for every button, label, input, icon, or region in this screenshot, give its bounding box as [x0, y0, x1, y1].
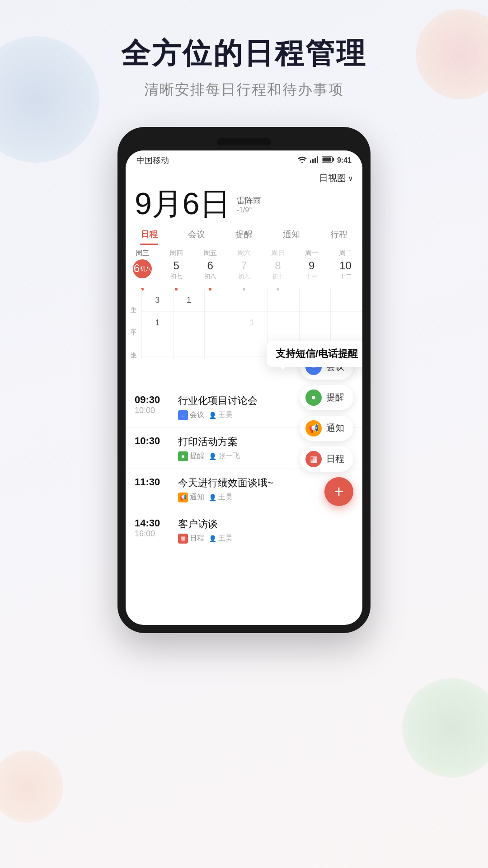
phone-notch [217, 138, 271, 145]
fab-item-schedule[interactable]: ▦ 日程 [300, 446, 353, 472]
wifi-icon [297, 156, 307, 165]
grid-cell-3-pm: 1 [236, 312, 267, 334]
badge-label-1: 提醒 [190, 451, 204, 461]
status-carrier: 中国移动 [136, 155, 169, 166]
tab-trip[interactable]: 行程 [315, 223, 362, 245]
badge-label-2: 通知 [190, 493, 204, 502]
main-title: 全方位的日程管理 [0, 36, 488, 71]
meeting-icon: ≡ [178, 410, 188, 420]
dot-cell-6 [328, 284, 362, 289]
dot-cell-3 [227, 284, 261, 289]
view-selector[interactable]: 日视图 ∨ [126, 169, 362, 188]
tooltip-text: 支持短信/电话提醒 [276, 348, 358, 359]
event-start-3: 14:30 [135, 517, 171, 529]
person-icon-0: 👤 [209, 412, 216, 419]
week-cell-sat[interactable]: 周六 7 初九 [227, 249, 261, 281]
status-icons: 9:41 [297, 156, 352, 165]
weather-info: 雷阵雨 -1/9° [237, 188, 261, 214]
week-day-label-mon: 周一 [295, 249, 328, 258]
week-day-label-thu: 周四 [160, 249, 193, 258]
reminder-icon: ● [178, 451, 188, 461]
fab-notice-label: 通知 [326, 422, 344, 434]
battery-icon [322, 156, 334, 164]
week-cell-fri[interactable]: 周五 6 初八 [193, 249, 227, 281]
blob-right-bottom [402, 678, 488, 778]
phone-container: 中国移动 9:41 [0, 127, 488, 633]
week-day-lunar-fri: 初八 [193, 272, 227, 281]
grid-col-3: 1 [236, 289, 268, 359]
view-dropdown-button[interactable]: 日视图 ∨ [319, 172, 353, 184]
fab-schedule-label: 日程 [326, 453, 344, 465]
grid-cell-6-pm [331, 312, 362, 334]
week-day-num-fri: 6 [193, 259, 227, 272]
fab-notice-icon: 📢 [305, 420, 322, 436]
week-day-label-sun: 周日 [261, 249, 295, 258]
weather-name: 雷阵雨 [237, 195, 261, 206]
svg-rect-1 [310, 160, 311, 163]
event-end-3: 16:00 [135, 529, 171, 539]
tabs-row: 日程 会议 提醒 通知 行程 [126, 223, 362, 245]
svg-rect-7 [322, 157, 331, 161]
fab-schedule-icon: ▦ [305, 451, 322, 467]
fab-main-button[interactable]: + [324, 477, 353, 506]
event-type-badge-2: 📢 通知 [178, 493, 204, 502]
dot-row [126, 284, 362, 289]
grid-cell-5-pm [300, 312, 331, 334]
phone-notch-bar [126, 135, 362, 149]
week-day-num-sun: 8 [261, 259, 295, 272]
schedule-icon: ▦ [178, 534, 188, 544]
event-type-badge-1: ● 提醒 [178, 451, 204, 461]
week-day-label-tue: 周二 [328, 249, 362, 258]
week-cell-mon[interactable]: 周一 9 十一 [295, 249, 328, 281]
grid-cell-3-eve [236, 334, 267, 357]
week-day-lunar-thu: 初七 [160, 272, 193, 281]
week-day-num-mon: 9 [295, 259, 328, 272]
dot-cell-1 [160, 284, 193, 289]
fab-item-reminder[interactable]: ● 提醒 [300, 385, 353, 410]
grid-col-1: 1 [174, 289, 205, 359]
weather-temp: -1/9° [237, 206, 261, 214]
tab-meeting[interactable]: 会议 [173, 223, 221, 245]
person-icon-1: 👤 [209, 453, 216, 460]
phone-screen-inner: 中国移动 9:41 [126, 150, 362, 551]
event-person-1: 👤 张一飞 [209, 451, 240, 461]
tab-notice[interactable]: 通知 [267, 223, 315, 245]
event-item-3[interactable]: 14:30 16:00 客户访谈 ▦ 日程 👤 [126, 510, 362, 551]
grid-col-0: 3 1 [142, 289, 174, 359]
grid-cell-3-am [236, 289, 267, 312]
event-detail-3: 客户访谈 ▦ 日程 👤 王昊 [171, 517, 353, 544]
tab-reminder[interactable]: 提醒 [221, 223, 268, 245]
dot-cell-5 [295, 284, 328, 289]
person-name-2: 王昊 [218, 493, 233, 502]
grid-col-2 [205, 289, 236, 359]
event-time-col-0: 09:30 10:00 [135, 394, 171, 415]
tab-schedule[interactable]: 日程 [126, 223, 173, 245]
event-start-1: 10:30 [135, 435, 171, 447]
person-icon-3: 👤 [209, 535, 216, 542]
week-cell-wed[interactable]: 周三 6初八 [126, 249, 160, 281]
week-day-lunar-sun: 初十 [261, 272, 295, 281]
event-meta-3: ▦ 日程 👤 王昊 [178, 534, 353, 544]
svg-rect-4 [317, 156, 318, 163]
tooltip-popup: 支持短信/电话提醒 [267, 341, 362, 367]
fab-reminder-label: 提醒 [326, 391, 344, 404]
grid-cell-6-am [331, 289, 362, 312]
sub-title: 清晰安排每日行程和待办事项 [0, 80, 488, 100]
date-display: 9月6日 [135, 188, 230, 219]
blob-bottom-left [0, 751, 63, 823]
fab-item-notice[interactable]: 📢 通知 [300, 416, 353, 441]
grid-cell-4-pm [268, 312, 299, 334]
notice-icon: 📢 [178, 493, 188, 502]
date-header: 9月6日 雷阵雨 -1/9° [126, 188, 362, 223]
status-bar: 中国移动 9:41 [126, 150, 362, 169]
grid-cell-1-am: 1 [174, 289, 205, 312]
event-person-3: 👤 王昊 [209, 534, 233, 543]
person-name-0: 王昊 [218, 410, 233, 420]
chevron-down-icon: ∨ [348, 174, 353, 183]
week-cell-tue[interactable]: 周二 10 十二 [328, 249, 362, 281]
event-start-0: 09:30 [135, 394, 171, 406]
week-cell-thu[interactable]: 周四 5 初七 [160, 249, 193, 281]
status-time: 9:41 [337, 156, 352, 164]
svg-rect-6 [333, 158, 334, 161]
week-cell-sun[interactable]: 周日 8 初十 [261, 249, 295, 281]
